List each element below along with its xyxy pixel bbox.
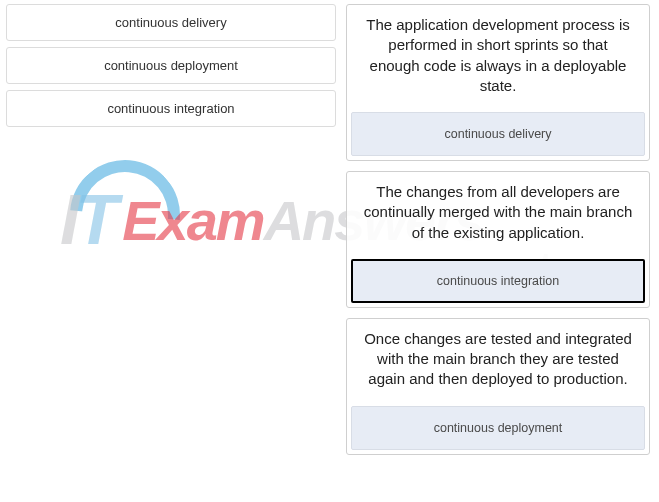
match-card: The changes from all developers are cont… — [346, 171, 650, 308]
drop-zone[interactable]: continuous delivery — [351, 112, 645, 156]
drag-source-item[interactable]: continuous delivery — [6, 4, 336, 41]
drag-source-item[interactable]: continuous deployment — [6, 47, 336, 84]
drop-zone[interactable]: continuous deployment — [351, 406, 645, 450]
drop-zone[interactable]: continuous integration — [351, 259, 645, 303]
source-label: continuous delivery — [115, 15, 226, 30]
drag-sources-column: continuous delivery continuous deploymen… — [6, 4, 336, 133]
definition-text: The application development process is p… — [347, 5, 649, 108]
source-label: continuous deployment — [104, 58, 238, 73]
match-card: The application development process is p… — [346, 4, 650, 161]
source-label: continuous integration — [107, 101, 234, 116]
definition-text: Once changes are tested and integrated w… — [347, 319, 649, 402]
drop-zone-answer: continuous delivery — [444, 127, 551, 141]
drag-source-item[interactable]: continuous integration — [6, 90, 336, 127]
drop-zone-answer: continuous integration — [437, 274, 559, 288]
drop-zone-answer: continuous deployment — [434, 421, 563, 435]
drop-targets-column: The application development process is p… — [346, 4, 650, 465]
match-card: Once changes are tested and integrated w… — [346, 318, 650, 455]
watermark-ring — [48, 138, 203, 293]
definition-text: The changes from all developers are cont… — [347, 172, 649, 255]
